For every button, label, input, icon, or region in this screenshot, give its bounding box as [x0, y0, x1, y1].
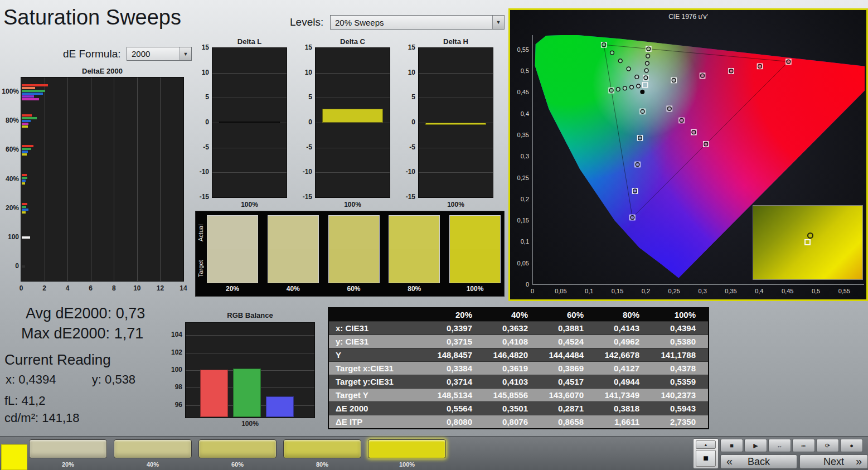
- gridline: [67, 77, 68, 281]
- rgb-balance-chart: 1041021009896: [185, 322, 315, 418]
- gridline: [91, 77, 91, 281]
- y-tick-label: -10: [193, 168, 209, 176]
- play-button[interactable]: ▶: [744, 439, 767, 452]
- stop-button[interactable]: ■: [720, 439, 743, 452]
- swatch-percent-label: 100%: [449, 285, 501, 293]
- measured-point: [704, 142, 708, 146]
- x-tick-label: 10: [129, 284, 146, 292]
- cie-x-tick-label: 0,3: [691, 288, 714, 294]
- x-label: x:: [6, 372, 15, 386]
- x-tick-label: 8: [105, 284, 122, 292]
- levels-select[interactable]: 20% Sweeps ▼: [330, 15, 505, 30]
- deltae-bar: [22, 90, 45, 92]
- measured-point: [646, 54, 650, 58]
- row-label: y: CIE31: [328, 335, 429, 348]
- y-tick-label: 100: [166, 366, 182, 374]
- y-value: 0,538: [105, 372, 135, 386]
- row-label: ΔE ITP: [328, 415, 429, 429]
- square-icon: ■: [703, 453, 709, 463]
- swatch-100%: [449, 215, 501, 283]
- patch-button-40%[interactable]: [114, 439, 192, 458]
- next-button[interactable]: Next »: [799, 454, 868, 469]
- measured-point: [635, 75, 639, 79]
- table-header-cell: 80%: [596, 308, 652, 322]
- pattern-window-panel: ▲ ■: [693, 438, 719, 469]
- cdm2-label: cd/m²:: [4, 411, 38, 425]
- patch-button-80%[interactable]: [283, 439, 361, 458]
- x-tick-label: 2: [36, 284, 53, 292]
- swatch-target: [329, 249, 379, 283]
- inset-target-square: [804, 239, 811, 245]
- deltae-bar: [22, 93, 43, 95]
- gridline: [186, 335, 314, 336]
- table-cell: 141,7349: [596, 389, 652, 402]
- pattern-window-button[interactable]: ■: [696, 450, 716, 467]
- cie-x-tick-label: 0,35: [720, 288, 742, 294]
- gridline: [316, 148, 390, 148]
- back-button[interactable]: « Back: [720, 454, 797, 469]
- swatch-40%: [268, 215, 319, 283]
- measured-point: [631, 216, 634, 220]
- patch-button-60%[interactable]: [198, 439, 277, 458]
- patch-button-100%[interactable]: [368, 439, 446, 458]
- measured-point: [680, 119, 683, 123]
- y-tick-label: 10: [193, 69, 209, 76]
- table-cell: 0,3881: [540, 322, 596, 335]
- step-button[interactable]: ↔: [768, 439, 791, 452]
- avg-de2000-reading: Avg dE2000: 0,73: [26, 305, 145, 322]
- y-tick-label: 102: [166, 348, 182, 356]
- table-cell: 0,3501: [484, 402, 540, 415]
- deltae-bar: [22, 145, 33, 147]
- swatch-80%: [389, 215, 440, 283]
- levels-label: Levels:: [290, 16, 323, 28]
- cie-y-tick-label: 0,3: [510, 153, 529, 159]
- cie-x-tick-label: 0,25: [663, 288, 685, 294]
- record-button[interactable]: ●: [840, 439, 863, 452]
- y-tick-label: 0: [400, 118, 415, 126]
- table-row: ΔE 20000,55640,35010,28710,38180,5943: [328, 402, 709, 415]
- cie-x-tick-label: 0: [521, 288, 544, 294]
- deltae-bar: [22, 174, 27, 176]
- measured-point: [623, 86, 627, 90]
- cie-y-tick-label: 0,45: [510, 89, 529, 95]
- y-tick-label: 96: [166, 401, 182, 409]
- table-cell: 146,4820: [484, 348, 540, 362]
- table-cell: 148,5134: [429, 389, 484, 402]
- fl-value: 41,2: [22, 394, 46, 408]
- measured-point: [637, 84, 641, 88]
- swatch-percent-label: 20%: [207, 285, 258, 293]
- x-tick-label: 4: [59, 284, 76, 292]
- deltae-bar: [22, 209, 28, 211]
- refresh-button[interactable]: ⟳: [816, 439, 839, 452]
- chevrons-left-icon: «: [726, 455, 733, 468]
- y-tick-label: 98: [166, 383, 182, 391]
- gridline: [137, 77, 138, 281]
- table-row: y: CIE310,37150,41080,45240,49620,5380: [328, 335, 709, 348]
- measured-point: [609, 89, 613, 93]
- table-cell: 142,6678: [596, 348, 652, 362]
- de-formula-value: 2000: [132, 49, 150, 59]
- deltae-bar: [22, 148, 31, 150]
- patch-button-20%[interactable]: [29, 439, 107, 458]
- deltae-bar: [22, 125, 28, 128]
- gridline: [419, 148, 493, 148]
- measured-point: [647, 47, 651, 51]
- back-button-label: Back: [748, 456, 770, 468]
- gridline: [212, 73, 287, 74]
- row-label: Target y:CIE31: [328, 375, 429, 389]
- table-cell: 0,3869: [540, 362, 596, 375]
- red-bar: [200, 370, 228, 417]
- gridline: [316, 98, 390, 98]
- patch-percent-label: 20%: [29, 461, 107, 468]
- measured-point: [638, 136, 642, 140]
- continuous-button[interactable]: ∞: [792, 439, 815, 452]
- expand-button[interactable]: ▲: [696, 440, 716, 449]
- y-tick-label: 104: [166, 331, 182, 338]
- x-tick-label: 14: [175, 284, 192, 292]
- de-formula-select[interactable]: 2000 ▼: [127, 47, 192, 61]
- measured-point: [729, 69, 733, 73]
- deltae-bar: [22, 151, 28, 153]
- y-tick-label: 100: [0, 233, 19, 241]
- deltae-chart: 02468101214100%80%60%40%20%1000: [21, 77, 184, 282]
- row-label: x: CIE31: [328, 322, 429, 335]
